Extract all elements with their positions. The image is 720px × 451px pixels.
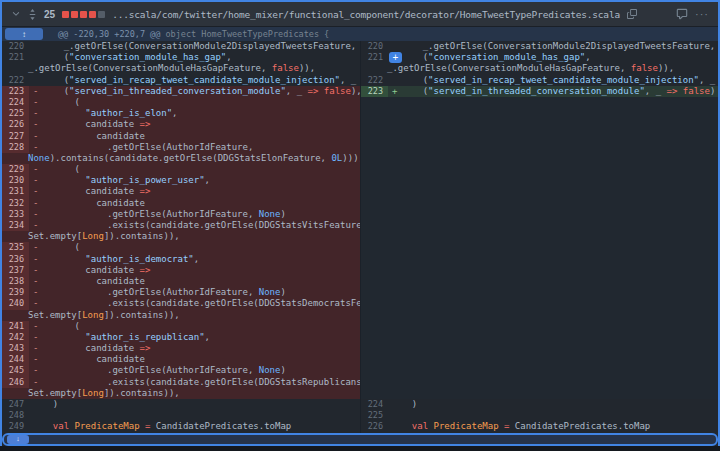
line-number[interactable]: 222 bbox=[2, 75, 29, 86]
line-number[interactable]: 238 bbox=[2, 276, 29, 287]
diff-row-new-filler-7 bbox=[361, 119, 718, 130]
line-number[interactable]: 232 bbox=[2, 198, 29, 209]
diff-row-new-filler-15 bbox=[361, 209, 718, 220]
diff-marker: - bbox=[29, 97, 42, 108]
diffstat bbox=[62, 11, 105, 18]
line-number[interactable]: 224 bbox=[361, 399, 388, 410]
diff-marker: - bbox=[29, 242, 42, 253]
diff-marker: - bbox=[29, 164, 42, 175]
code-line: _.getOrElse(ConversationModule2Displayed… bbox=[401, 41, 718, 52]
diff-row-old-230: 230- "author_is_power_user", bbox=[2, 175, 360, 186]
code-line: val PredicateMap = CandidatePredicates.t… bbox=[42, 421, 360, 432]
diff-row-new-filler-12 bbox=[361, 175, 718, 186]
diff-row-old-229: 229- ( bbox=[2, 164, 360, 175]
code-line: candidate bbox=[42, 131, 360, 142]
diff-marker: - bbox=[29, 209, 42, 220]
diff-row-new-filler-13 bbox=[361, 186, 718, 197]
diff-row-new-filler-16 bbox=[361, 220, 718, 231]
hunk-context: object HomeTweetTypePredicates { bbox=[160, 29, 329, 39]
file-comment-button[interactable] bbox=[676, 8, 688, 20]
expand-hunk-strip: ↓ bbox=[2, 433, 718, 446]
diff-marker bbox=[29, 399, 42, 410]
code-line: ( bbox=[42, 164, 360, 175]
code-line: Set.empty[Long]).contains)), bbox=[2, 310, 360, 321]
diff-row-new-filler-11 bbox=[361, 164, 718, 175]
line-number[interactable]: 234 bbox=[2, 220, 29, 231]
code-line: _.getOrElse(ConversationModuleHasGapFeat… bbox=[2, 63, 360, 74]
diff-marker bbox=[388, 421, 401, 432]
code-line: Set.empty[Long]).contains)), bbox=[2, 388, 360, 399]
collapse-file-button[interactable] bbox=[11, 9, 21, 19]
line-number[interactable]: 239 bbox=[2, 287, 29, 298]
line-number[interactable]: 236 bbox=[2, 254, 29, 265]
line-number[interactable]: 225 bbox=[2, 108, 29, 119]
line-number[interactable]: 241 bbox=[2, 321, 29, 332]
copy-path-button[interactable] bbox=[627, 9, 637, 19]
diff-row-new-220: 220 _.getOrElse(ConversationModule2Displ… bbox=[361, 41, 718, 52]
copy-icon bbox=[627, 9, 637, 19]
line-number[interactable]: 249 bbox=[2, 421, 29, 432]
line-number[interactable]: 222 bbox=[361, 75, 388, 86]
line-number[interactable]: 221 bbox=[361, 52, 388, 63]
code-line: "author_is_power_user", bbox=[42, 175, 360, 186]
line-number[interactable]: 224 bbox=[2, 97, 29, 108]
line-number[interactable]: 233 bbox=[2, 209, 29, 220]
line-number[interactable]: 223 bbox=[361, 86, 388, 97]
file-path: ...scala/com/twitter/home_mixer/function… bbox=[112, 9, 620, 20]
diff-row-old-220: 220 _.getOrElse(ConversationModule2Displ… bbox=[2, 41, 360, 52]
file-options-menu-button[interactable]: ··· bbox=[695, 8, 709, 20]
diff-row-new-223: 223+ ("served_in_threaded_conversation_m… bbox=[361, 86, 718, 97]
diff-marker: - bbox=[29, 332, 42, 343]
expand-hunk-button[interactable]: ↕ bbox=[5, 28, 43, 40]
code-line: ("served_in_recap_tweet_candidate_module… bbox=[401, 75, 718, 86]
line-number[interactable]: 223 bbox=[2, 86, 29, 97]
line-number[interactable]: 227 bbox=[2, 131, 29, 142]
code-line: ) bbox=[401, 399, 718, 410]
line-number[interactable]: 242 bbox=[2, 332, 29, 343]
line-number[interactable]: 220 bbox=[2, 41, 29, 52]
line-number[interactable]: 244 bbox=[2, 354, 29, 365]
unfold-icon: ↕ bbox=[22, 30, 26, 39]
line-number[interactable]: 240 bbox=[2, 298, 29, 309]
expand-down-button[interactable]: ↓ bbox=[7, 435, 29, 444]
line-number[interactable]: 247 bbox=[2, 399, 29, 410]
code-line: .getOrElse(AuthorIdFeature, None) bbox=[42, 287, 360, 298]
diffstat-square-del bbox=[71, 11, 78, 18]
line-number[interactable]: 231 bbox=[2, 186, 29, 197]
diff-row-old-227: 227- candidate bbox=[2, 131, 360, 142]
diff-marker: - bbox=[29, 365, 42, 376]
add-line-comment-button[interactable]: + bbox=[389, 52, 402, 63]
diff-row-new-221: 221 ("conversation_module_has_gap",+ bbox=[361, 52, 718, 63]
line-number[interactable]: 248 bbox=[2, 410, 29, 421]
line-number[interactable]: 225 bbox=[361, 410, 388, 421]
kebab-icon: ··· bbox=[695, 8, 709, 20]
diff-row-old-237: 237- candidate => bbox=[2, 265, 360, 276]
code-line: candidate => bbox=[42, 119, 360, 130]
diff-marker: - bbox=[29, 254, 42, 265]
line-number[interactable]: 246 bbox=[2, 377, 29, 388]
diff-marker bbox=[29, 421, 42, 432]
diff-row-new-222: 222 ("served_in_recap_tweet_candidate_mo… bbox=[361, 75, 718, 86]
line-number[interactable]: 245 bbox=[2, 365, 29, 376]
diff-marker: - bbox=[29, 131, 42, 142]
diff-marker bbox=[29, 75, 42, 86]
line-number[interactable]: 237 bbox=[2, 265, 29, 276]
diff-marker: - bbox=[29, 220, 42, 231]
line-number[interactable]: 221 bbox=[2, 52, 29, 63]
diff-row-old-wrap-del-10: None).contains(candidate.getOrElse(DDGSt… bbox=[2, 153, 360, 164]
line-number[interactable]: 235 bbox=[2, 242, 29, 253]
line-number[interactable]: 226 bbox=[2, 119, 29, 130]
line-number[interactable]: 230 bbox=[2, 175, 29, 186]
diff-marker: - bbox=[29, 287, 42, 298]
line-number[interactable]: 228 bbox=[2, 142, 29, 153]
line-number[interactable]: 243 bbox=[2, 343, 29, 354]
diff-row-old-245: 245- .getOrElse(AuthorIdFeature, None) bbox=[2, 365, 360, 376]
code-line: ) bbox=[42, 399, 360, 410]
line-number[interactable]: 229 bbox=[2, 164, 29, 175]
line-number[interactable]: 226 bbox=[361, 421, 388, 432]
line-number[interactable]: 220 bbox=[361, 41, 388, 52]
unfold-file-button[interactable] bbox=[28, 9, 37, 20]
diff-marker: - bbox=[29, 354, 42, 365]
diff-row-new-filler-19 bbox=[361, 254, 718, 265]
code-line: ("served_in_recap_tweet_candidate_module… bbox=[42, 75, 360, 86]
